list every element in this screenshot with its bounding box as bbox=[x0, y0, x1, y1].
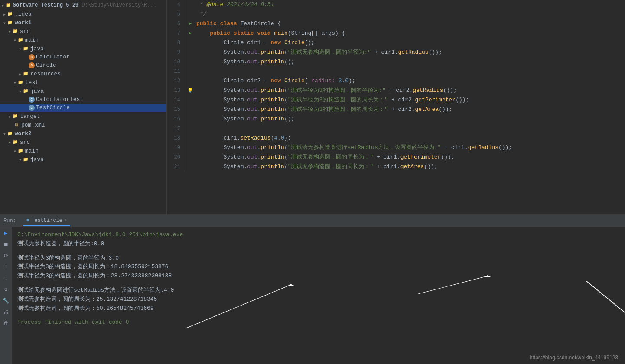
sidebar-item-idea[interactable]: 📁 .idea bbox=[0, 10, 166, 18]
code-line-18: 18 cir1.setRadius(4.0); bbox=[167, 133, 625, 143]
delete-button[interactable]: 🗑 bbox=[2, 319, 10, 328]
code-line-19: 19 System.out.println("测试给无参构造圆进行setRadi… bbox=[167, 143, 625, 153]
watermark: https://blog.csdn.net/weixin_44199123 bbox=[530, 354, 618, 361]
line-num-14: 14 bbox=[167, 95, 184, 105]
sidebar-item-main[interactable]: 📁 main bbox=[0, 36, 166, 44]
console-line-exe: C:\Environment\JDK\Java\jdk1.8.0_251\bin… bbox=[17, 231, 620, 240]
java-class-icon-circle: C bbox=[29, 62, 35, 68]
code-line-10: 10 System.out.println(); bbox=[167, 57, 625, 67]
run-button[interactable]: ▶ bbox=[2, 229, 10, 237]
line-content-7: public static void main(String[] args) { bbox=[195, 29, 625, 38]
line-content-8: Circle cir1 = new Circle(); bbox=[195, 38, 625, 48]
run-tab-label: TestCircle bbox=[31, 218, 62, 224]
sidebar-item-java-test[interactable]: 📁 java bbox=[0, 87, 166, 95]
scroll-down-button[interactable]: ↓ bbox=[2, 274, 10, 283]
code-line-6: 6 ▶ public class TestCircle { bbox=[167, 19, 625, 29]
settings-button[interactable]: ⚙ bbox=[2, 285, 10, 294]
folder-icon-main: 📁 bbox=[17, 36, 24, 43]
console-text-3: 测试半径为3的构造圆，圆的半径为:3.0 bbox=[17, 254, 119, 263]
code-line-20: 20 System.out.println("测试无参构造圆，圆的周长为：" +… bbox=[167, 153, 625, 162]
pom-label: pom.xml bbox=[21, 122, 45, 128]
sidebar-item-testcircle[interactable]: C TestCircle bbox=[0, 104, 166, 112]
line-num-4: 4 bbox=[167, 0, 184, 10]
sidebar-item-work2[interactable]: 📁 work2 bbox=[0, 129, 166, 138]
bottom-panel: Run: ■ TestCircle × ▶ ⏹ ⟳ ↑ ↓ ⚙ 🔧 🖨 🗑 C:… bbox=[0, 214, 625, 364]
sidebar-item-src[interactable]: 📁 src bbox=[0, 27, 166, 36]
line-num-21: 21 bbox=[167, 162, 184, 172]
sidebar-item-circle[interactable]: C Circle bbox=[0, 61, 166, 69]
run-tab-testcircle[interactable]: ■ TestCircle × bbox=[23, 216, 70, 226]
line-content-6: public class TestCircle { bbox=[195, 19, 625, 29]
folder-icon-java2: 📁 bbox=[22, 156, 29, 163]
testcircle-label: TestCircle bbox=[36, 104, 70, 111]
bottom-tab-bar: Run: ■ TestCircle × bbox=[0, 215, 625, 227]
folder-closed-icon bbox=[9, 113, 12, 120]
sidebar-item-java2[interactable]: 📁 java bbox=[0, 155, 166, 164]
line-num-8: 8 bbox=[167, 38, 184, 48]
rerun-button[interactable]: ⟳ bbox=[2, 251, 10, 260]
test-label: test bbox=[25, 79, 39, 86]
sidebar-item-target[interactable]: 📁 target bbox=[0, 112, 166, 120]
folder-icon-idea: 📁 bbox=[7, 10, 13, 17]
scroll-up-button[interactable]: ↑ bbox=[2, 263, 10, 271]
sidebar-item-resources[interactable]: 📁 resources bbox=[0, 69, 166, 78]
line-num-11: 11 bbox=[167, 67, 184, 76]
console-line-1: 测试无参构造圆，圆的半径为:0.0 bbox=[17, 240, 620, 249]
warning-icon: 💡 bbox=[187, 86, 193, 95]
sidebar-item-test[interactable]: 📁 test bbox=[0, 78, 166, 87]
work2-label: work2 bbox=[15, 130, 32, 137]
code-line-8: 8 Circle cir1 = new Circle(); bbox=[167, 38, 625, 48]
console-blank-3 bbox=[17, 313, 620, 318]
sidebar-item-pom[interactable]: 🗎 pom.xml bbox=[0, 120, 166, 129]
folder-open-icon bbox=[19, 46, 22, 52]
sidebar-item-main2[interactable]: 📁 main bbox=[0, 146, 166, 155]
project-sidebar[interactable]: 📁 Software_Testing_5_29 D:\Study\Univers… bbox=[0, 0, 167, 214]
code-line-21: 21 System.out.println("测试无参构造圆，圆的周长为：" +… bbox=[167, 162, 625, 172]
console-exe-path: C:\Environment\JDK\Java\jdk1.8.0_251\bin… bbox=[17, 231, 183, 240]
code-line-11: 11 bbox=[167, 67, 625, 76]
folder-open-icon bbox=[19, 88, 22, 94]
folder-open-icon bbox=[14, 79, 17, 86]
code-line-5: 5 */ bbox=[167, 10, 625, 19]
print-button[interactable]: 🖨 bbox=[2, 308, 10, 316]
line-num-13: 13 bbox=[167, 86, 184, 95]
src2-label: src bbox=[20, 139, 30, 146]
line-num-15: 15 bbox=[167, 105, 184, 114]
console-blank-2 bbox=[17, 281, 620, 286]
console-line-3: 测试半径为3的构造圆，圆的半径为:3.0 bbox=[17, 254, 620, 263]
console-line-exit: Process finished with exit code 0 bbox=[17, 318, 620, 327]
project-root-label: Software_Testing_5_29 D:\Study\Universit… bbox=[13, 2, 156, 8]
wrench-button[interactable]: 🔧 bbox=[2, 296, 10, 305]
sidebar-item-java-main[interactable]: 📁 java bbox=[0, 44, 166, 53]
line-num-19: 19 bbox=[167, 143, 184, 153]
resources-label: resources bbox=[30, 71, 61, 77]
code-line-9: 9 System.out.println("测试无参构造圆，圆的半径为:" + … bbox=[167, 48, 625, 57]
calculator-label: Calculator bbox=[36, 54, 70, 60]
folder-icon-java-test: 📁 bbox=[22, 88, 29, 94]
line-content-21: System.out.println("测试无参构造圆，圆的周长为：" + ci… bbox=[195, 162, 625, 172]
sidebar-item-calculator[interactable]: C Calculator bbox=[0, 53, 166, 61]
line-content-15: System.out.println("测试半径为3的构造圆，圆的周长为：" +… bbox=[195, 105, 625, 114]
stop-button[interactable]: ⏹ bbox=[2, 240, 10, 249]
line-content-5: */ bbox=[195, 10, 625, 19]
sidebar-item-calculatortest[interactable]: C CalculatorTest bbox=[0, 95, 166, 104]
code-editor: 4 * @date 2021/4/24 8:51 5 */ 6 ▶ public… bbox=[167, 0, 625, 214]
sidebar-item-src2[interactable]: 📁 src bbox=[0, 138, 166, 146]
folder-open-icon bbox=[14, 148, 17, 154]
folder-icon-target: 📁 bbox=[12, 113, 19, 120]
project-root[interactable]: 📁 Software_Testing_5_29 D:\Study\Univers… bbox=[0, 1, 166, 10]
java2-label: java bbox=[30, 156, 44, 163]
folder-open-icon bbox=[9, 28, 12, 35]
folder-open-icon bbox=[3, 130, 7, 137]
code-line-13: 13 💡 System.out.println("测试半径为3的构造圆，圆的半径… bbox=[167, 86, 625, 95]
console-line-7: 测试给无参构造圆进行setRadius方法，设置圆的半径为:4.0 bbox=[17, 286, 620, 295]
line-num-9: 9 bbox=[167, 48, 184, 57]
target-label: target bbox=[20, 113, 40, 120]
close-tab-button[interactable]: × bbox=[64, 218, 67, 223]
code-content-area[interactable]: 4 * @date 2021/4/24 8:51 5 */ 6 ▶ public… bbox=[167, 0, 625, 214]
xml-icon: 🗎 bbox=[13, 121, 20, 128]
folder-icon-test: 📁 bbox=[17, 79, 24, 86]
sidebar-item-work1[interactable]: 📁 work1 bbox=[0, 18, 166, 27]
main-label: main bbox=[25, 37, 39, 43]
code-line-12: 12 Circle cir2 = new Circle( radius: 3.0… bbox=[167, 76, 625, 86]
